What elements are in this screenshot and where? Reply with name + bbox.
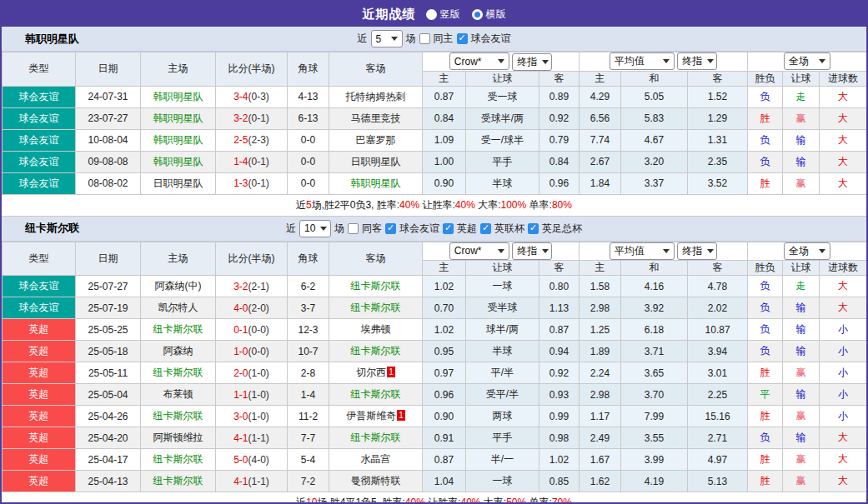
outcome-subheader: 胜负	[748, 261, 783, 276]
avg-home-cell: 1.17	[580, 406, 621, 427]
home-team-link[interactable]: 日职明星队	[153, 177, 203, 189]
home-team-link[interactable]: 纽卡斯尔联	[153, 453, 203, 465]
home-team-link[interactable]: 阿森纳	[163, 345, 193, 357]
league-filter-label: 英联杯	[494, 222, 524, 236]
away-team-link[interactable]: 韩职明星队	[351, 177, 401, 189]
avg-away-cell: 2.71	[688, 427, 748, 449]
odds-handicap-cell: 平手	[466, 151, 539, 172]
away-team-link[interactable]: 纽卡斯尔联	[351, 388, 401, 400]
same-side-checkbox[interactable]	[419, 33, 430, 44]
home-team-link[interactable]: 纽卡斯尔联	[153, 323, 203, 335]
outcome-subheader: 让球	[783, 261, 820, 276]
table-row: 英超25-04-13纽卡斯尔联4-1(1-1)7-2曼彻斯特联1.04一球0.8…	[3, 471, 867, 492]
league-filter-checkbox[interactable]	[385, 223, 396, 234]
home-team-link[interactable]: 凯尔特人	[158, 302, 198, 313]
home-team-link[interactable]: 韩职明星队	[153, 91, 203, 102]
odds-home-cell: 0.87	[423, 449, 466, 471]
fulltime-score: 3-0	[233, 411, 248, 422]
away-team-link[interactable]: 纽卡斯尔联	[351, 280, 401, 292]
home-team-cell: 日职明星队	[141, 172, 216, 194]
summary-text-part: 场,胜2平0负3, 胜率:	[312, 199, 399, 211]
same-side-checkbox[interactable]	[348, 223, 359, 234]
corners-cell: 1-4	[288, 384, 329, 406]
away-team-link[interactable]: 纽卡斯尔联	[351, 302, 401, 313]
league-badge: 英超	[3, 427, 76, 449]
outcome-subheader: 胜负	[748, 71, 783, 86]
odds-period-select[interactable]: 终指	[512, 242, 552, 260]
league-filter-checkbox[interactable]	[528, 223, 539, 234]
matches-count-select[interactable]: 10	[299, 220, 331, 237]
away-team-link[interactable]: 伊普斯维奇	[346, 410, 396, 422]
away-team-link[interactable]: 曼彻斯特联	[351, 475, 401, 487]
odds-away-cell: 0.98	[539, 427, 580, 449]
horizontal-layout-label: 横版	[486, 7, 506, 22]
score-cell: 1-4(0-1)	[216, 151, 288, 172]
scope-select[interactable]: 全场	[784, 52, 830, 70]
summary-stat-value: 10	[306, 497, 317, 504]
score-cell: 1-3(0-1)	[216, 172, 288, 194]
league-badge: 球会友谊	[3, 107, 76, 129]
odds-provider-select[interactable]: Crow*	[449, 242, 509, 260]
away-team-link[interactable]: 托特纳姆热刺	[346, 91, 406, 102]
odds-period-select[interactable]: 终指	[512, 53, 552, 71]
home-team-cell: 韩职明星队	[141, 151, 216, 172]
column-header-4: 角球	[288, 242, 329, 276]
average-period-select[interactable]: 终指	[677, 242, 717, 260]
away-team-link[interactable]: 水晶宫	[361, 453, 391, 465]
avg-home-cell: 2.98	[580, 297, 621, 319]
rank-badge: 1	[397, 410, 405, 421]
summary-stat-value: 100%	[501, 199, 527, 211]
date-cell: 25-04-26	[76, 406, 141, 427]
corners-cell: 2-8	[288, 362, 329, 384]
league-filter-checkbox[interactable]	[457, 33, 468, 44]
home-team-link[interactable]: 布莱顿	[163, 388, 193, 400]
fulltime-score: 0-1	[233, 324, 248, 336]
league-filter-checkbox[interactable]	[480, 223, 491, 234]
vertical-layout-radio[interactable]	[426, 9, 437, 20]
halftime-score: (2-1)	[248, 281, 269, 292]
odds-provider-select[interactable]: Crow*	[449, 52, 509, 70]
away-team-link[interactable]: 马德里竞技	[351, 112, 401, 124]
away-team-link[interactable]: 埃弗顿	[361, 323, 391, 335]
away-team-link[interactable]: 切尔西	[356, 367, 386, 378]
home-team-link[interactable]: 纽卡斯尔联	[153, 367, 203, 378]
avg-away-cell: 1.31	[688, 129, 748, 151]
chevron-down-icon	[320, 227, 327, 231]
away-team-link[interactable]: 日职明星队	[351, 156, 401, 167]
average-select[interactable]: 平均值	[610, 52, 675, 70]
home-team-link[interactable]: 韩职明星队	[153, 134, 203, 146]
away-team-link[interactable]: 纽卡斯尔联	[351, 345, 401, 357]
select-value: 终指	[682, 244, 702, 258]
home-team-link[interactable]: 阿斯顿维拉	[153, 432, 203, 443]
average-select[interactable]: 平均值	[610, 242, 675, 260]
league-filter-checkbox[interactable]	[443, 223, 454, 234]
home-team-link[interactable]: 纽卡斯尔联	[153, 410, 203, 422]
avg-draw-cell: 3.37	[621, 172, 688, 194]
home-team-link[interactable]: 纽卡斯尔联	[153, 475, 203, 487]
away-team-cell: 纽卡斯尔联	[329, 427, 423, 449]
home-team-link[interactable]: 韩职明星队	[153, 156, 203, 167]
horizontal-layout-radio[interactable]	[472, 9, 483, 20]
home-team-link[interactable]: 韩职明星队	[153, 112, 203, 124]
corners-cell: 0-0	[288, 151, 329, 172]
home-team-link[interactable]: 阿森纳(中)	[155, 280, 202, 292]
away-team-link[interactable]: 纽卡斯尔联	[351, 432, 401, 443]
corners-cell: 11-2	[288, 406, 329, 427]
avg-draw-cell: 3.65	[621, 362, 688, 384]
avg-home-cell: 2.98	[580, 384, 621, 406]
away-team-link[interactable]: 巴塞罗那	[356, 134, 396, 146]
table-body: 球会友谊25-07-27阿森纳(中)3-2(2-1)6-2纽卡斯尔联1.02一球…	[3, 276, 867, 492]
summary-stat-value: 40%	[455, 199, 475, 211]
average-period-select[interactable]: 终指	[677, 52, 717, 70]
odds-home-cell: 1.00	[423, 151, 466, 172]
odds-subheader: 主	[423, 71, 466, 86]
league-badge: 球会友谊	[3, 86, 76, 107]
result-cell: 平	[748, 384, 783, 406]
odds-away-cell: 1.02	[539, 449, 580, 471]
scope-select[interactable]: 全场	[784, 242, 830, 260]
avg-away-cell: 2.25	[688, 384, 748, 406]
summary-stat-value: 40%	[460, 497, 480, 504]
avg-away-cell: 4.78	[688, 276, 748, 297]
matches-count-select[interactable]: 5	[371, 30, 403, 47]
odds-handicap-cell: 两球	[466, 406, 539, 427]
